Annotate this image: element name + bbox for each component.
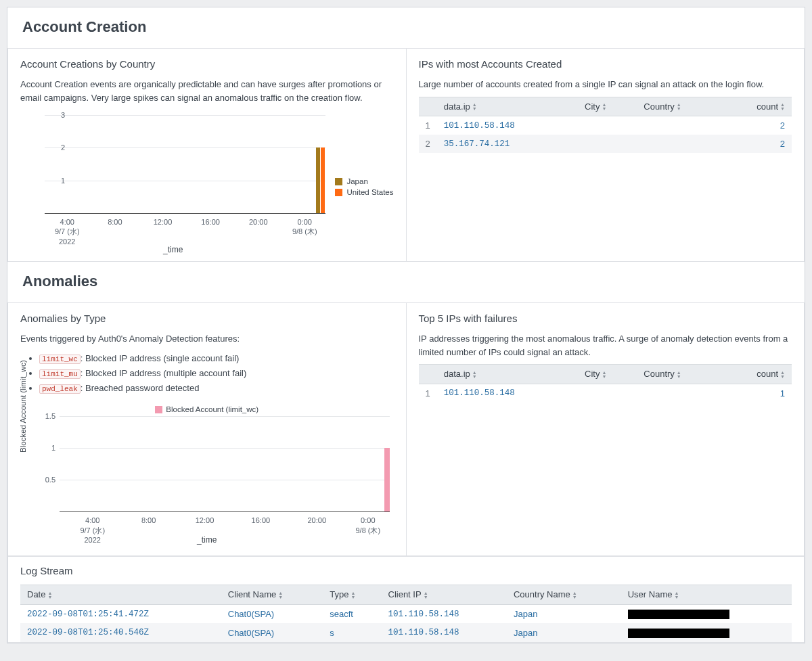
table-log-stream: Date Client Name Type Client IP Country … <box>20 585 792 642</box>
panel-account-creations-by-country: Account Creations by Country Account Cre… <box>7 48 406 262</box>
table-ips-most-accounts: data.ip City Country count 1101.110.58.1… <box>419 97 792 154</box>
cell-count[interactable]: 2 <box>722 116 792 135</box>
chart-bar[interactable] <box>384 448 390 511</box>
sort-icon[interactable] <box>47 591 52 600</box>
x-tick-label: 4:009/7 (水)2022 <box>80 516 105 545</box>
cell-ip[interactable]: 101.110.58.148 <box>437 384 578 403</box>
col-count[interactable]: count <box>722 97 792 116</box>
dashboard-page: Account Creation Account Creations by Co… <box>7 7 805 643</box>
x-tick-label: 16:00 <box>252 516 271 525</box>
cell-type[interactable]: seacft <box>323 604 381 623</box>
x-tick-label: 20:00 <box>307 516 326 525</box>
table-row[interactable]: 2022-09-08T01:25:40.546ZChat0(SPA)s101.1… <box>20 623 792 642</box>
col-country[interactable]: Country <box>637 365 722 384</box>
col-count[interactable]: count <box>722 365 792 384</box>
panel-desc: IP addresses triggering the most anomalo… <box>419 332 792 359</box>
x-axis-label: _time <box>163 245 183 254</box>
cell-country[interactable]: Japan <box>507 604 621 623</box>
x-tick-label: 8:00 <box>141 516 156 525</box>
table-row[interactable]: 235.167.74.1212 <box>419 135 792 153</box>
cell-date[interactable]: 2022-09-08T01:25:41.472Z <box>20 604 221 623</box>
x-tick-label: 8:00 <box>108 217 122 227</box>
col-type[interactable]: Type <box>323 585 381 605</box>
legend-item[interactable]: Japan <box>335 176 393 187</box>
col-country-name[interactable]: Country Name <box>507 585 621 605</box>
code-tag: pwd_leak <box>39 384 81 394</box>
sort-icon[interactable] <box>674 591 679 600</box>
cell-client-name[interactable]: Chat0(SPA) <box>221 604 323 623</box>
cell-ip[interactable]: 101.110.58.148 <box>437 116 578 135</box>
cell-country <box>637 384 722 403</box>
sort-icon[interactable] <box>677 102 681 112</box>
cell-client-name[interactable]: Chat0(SPA) <box>221 623 323 642</box>
chart-legend: Blocked Account (limit_wc) <box>20 405 394 413</box>
col-city[interactable]: City <box>578 365 637 384</box>
col-client-name[interactable]: Client Name <box>221 585 323 605</box>
panel-title: Account Creations by Country <box>20 58 394 70</box>
sort-icon[interactable] <box>472 370 477 380</box>
cell-city <box>578 116 637 135</box>
x-tick-label: 0:009/8 (木) <box>355 516 380 535</box>
col-date[interactable]: Date <box>20 585 221 605</box>
col-country[interactable]: Country <box>637 97 722 116</box>
sort-icon[interactable] <box>602 102 606 112</box>
cell-user-name <box>621 604 792 623</box>
x-tick-label: 12:00 <box>154 217 173 227</box>
chart-plot-area[interactable]: 3 2 1 4:009/7 (水)20228:0012:0016:0020:00… <box>20 115 325 250</box>
chart-bar[interactable] <box>321 147 325 213</box>
legend-swatch <box>155 406 162 413</box>
cell-ip[interactable]: 35.167.74.121 <box>437 135 578 153</box>
table-row[interactable]: 1101.110.58.1482 <box>419 116 792 135</box>
row-account-creation: Account Creations by Country Account Cre… <box>7 48 805 262</box>
cell-type[interactable]: s <box>323 623 381 642</box>
col-data-ip[interactable]: data.ip <box>437 365 578 384</box>
col-client-ip[interactable]: Client IP <box>382 585 507 605</box>
chart-plot-area[interactable]: Blocked Account (limit_wc) 1.5 1 0.5 4:0… <box>20 416 394 545</box>
sort-icon[interactable] <box>780 370 785 380</box>
panel-title: Anomalies by Type <box>20 313 394 324</box>
cell-country <box>637 116 722 135</box>
section-title-account-creation: Account Creation <box>7 7 805 48</box>
legend-item[interactable]: United States <box>335 187 393 198</box>
cell-date[interactable]: 2022-09-08T01:25:40.546Z <box>20 623 221 642</box>
x-tick-label: 16:00 <box>201 217 220 227</box>
panel-desc: Events triggered by Auth0's Anomaly Dete… <box>20 332 394 346</box>
list-item: pwd_leak: Breached password detected <box>39 381 394 396</box>
sort-icon[interactable] <box>424 591 428 600</box>
panel-anomalies-by-type: Anomalies by Type Events triggered by Au… <box>7 302 406 556</box>
cell-user-name <box>621 623 792 642</box>
col-user-name[interactable]: User Name <box>621 585 792 605</box>
panel-top5-ips-failures: Top 5 IPs with failures IP addresses tri… <box>406 302 805 556</box>
sort-icon[interactable] <box>602 370 606 380</box>
sort-icon[interactable] <box>351 591 355 600</box>
panel-desc: Large number of accounts created from a … <box>419 78 792 91</box>
sort-icon[interactable] <box>278 591 283 600</box>
code-tag: limit_mu <box>39 369 81 379</box>
sort-icon[interactable] <box>472 102 477 112</box>
table-top5-ips: data.ip City Country count 1101.110.58.1… <box>419 364 792 403</box>
col-city[interactable]: City <box>578 97 637 116</box>
cell-count[interactable]: 1 <box>722 384 792 403</box>
cell-client-ip[interactable]: 101.110.58.148 <box>382 604 507 623</box>
panel-title: IPs with most Accounts Created <box>419 58 792 70</box>
chart-bar[interactable] <box>316 147 320 213</box>
cell-city <box>578 135 637 153</box>
col-data-ip[interactable]: data.ip <box>437 97 578 116</box>
cell-city <box>578 384 637 403</box>
section-title-anomalies: Anomalies <box>7 262 805 302</box>
cell-client-ip[interactable]: 101.110.58.148 <box>382 623 507 642</box>
table-row[interactable]: 1101.110.58.1481 <box>419 384 792 403</box>
panel-title: Log Stream <box>20 565 792 576</box>
cell-country[interactable]: Japan <box>507 623 621 642</box>
sort-icon[interactable] <box>677 370 681 380</box>
cell-country <box>637 135 722 153</box>
sort-icon[interactable] <box>572 591 577 600</box>
x-tick-label: 4:009/7 (水)2022 <box>55 217 80 246</box>
feature-list: limit_wc: Blocked IP address (single acc… <box>20 351 394 396</box>
sort-icon[interactable] <box>780 102 785 112</box>
chart-anomalies: Blocked Account (limit_wc) Blocked Accou… <box>20 405 394 545</box>
cell-count[interactable]: 2 <box>722 135 792 153</box>
table-row[interactable]: 2022-09-08T01:25:41.472ZChat0(SPA)seacft… <box>20 604 792 623</box>
panel-log-stream: Log Stream Date Client Name Type Client … <box>7 556 805 643</box>
list-item: limit_mu: Blocked IP address (multiple a… <box>39 366 394 381</box>
